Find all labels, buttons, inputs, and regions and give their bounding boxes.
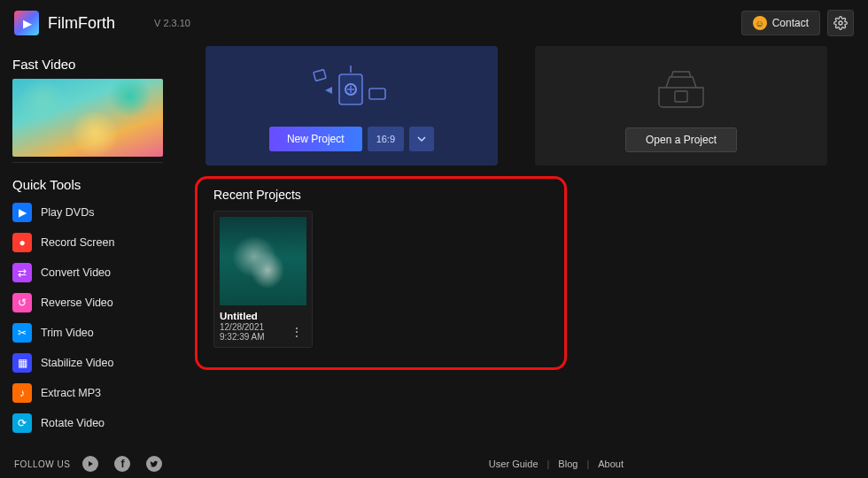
- fast-video-title: Fast Video: [12, 57, 170, 72]
- project-date: 12/28/2021 9:32:39 AM: [220, 322, 287, 342]
- tool-item-convert[interactable]: ⇄Convert Video: [12, 259, 170, 286]
- tool-label: Reverse Video: [41, 297, 113, 309]
- tool-item-play[interactable]: ▶Play DVDs: [12, 199, 170, 226]
- contact-icon: ☺: [753, 16, 767, 30]
- settings-button[interactable]: [827, 10, 854, 36]
- chevron-down-icon: [417, 135, 426, 143]
- app-version: V 2.3.10: [154, 18, 190, 28]
- project-thumbnail: [220, 217, 306, 305]
- sidebar: Fast Video Quick Tools ▶Play DVDs●Record…: [12, 42, 177, 450]
- svg-point-0: [839, 21, 842, 25]
- aspect-ratio-pill[interactable]: 16:9: [368, 127, 404, 151]
- new-project-button[interactable]: New Project: [269, 127, 362, 151]
- trim-icon: ✂: [12, 323, 32, 343]
- sidebar-divider: [12, 162, 163, 163]
- fast-video-card[interactable]: [12, 79, 163, 157]
- project-menu-button[interactable]: ⋮: [287, 325, 306, 339]
- footer-link-userguide[interactable]: User Guide: [489, 459, 539, 469]
- new-project-art: [298, 61, 405, 120]
- tool-item-stabilize[interactable]: ▦Stabilize Video: [12, 350, 170, 376]
- new-project-panel: New Project 16:9: [205, 46, 498, 166]
- app-title: FilmForth: [48, 14, 115, 33]
- recent-projects-title: Recent Projects: [213, 188, 548, 202]
- convert-icon: ⇄: [12, 263, 32, 282]
- record-icon: ●: [12, 233, 32, 252]
- audio-icon: ♪: [12, 383, 32, 403]
- tool-item-record[interactable]: ●Record Screen: [12, 229, 170, 256]
- app-header: FilmForth V 2.3.10 ☺ Contact: [0, 0, 868, 42]
- stabilize-icon: ▦: [12, 353, 32, 373]
- youtube-icon[interactable]: [82, 456, 98, 472]
- recent-projects-highlight: Recent Projects Untitled 12/28/2021 9:32…: [195, 176, 567, 370]
- gear-icon: [833, 16, 848, 30]
- tool-label: Trim Video: [41, 327, 94, 339]
- tool-label: Rotate Video: [41, 417, 105, 429]
- tool-label: Record Screen: [41, 236, 114, 249]
- svg-rect-6: [314, 69, 326, 81]
- tool-item-audio[interactable]: ♪Extract MP3: [12, 380, 170, 406]
- svg-rect-8: [675, 91, 687, 102]
- project-card[interactable]: Untitled 12/28/2021 9:32:39 AM ⋮: [213, 211, 313, 348]
- reverse-icon: ↺: [12, 293, 32, 312]
- app-logo: [14, 11, 39, 35]
- open-project-panel: Open a Project: [535, 46, 827, 166]
- quick-tools-title: Quick Tools: [12, 177, 170, 192]
- footer-link-blog[interactable]: Blog: [558, 459, 577, 469]
- contact-button[interactable]: ☺ Contact: [741, 11, 820, 35]
- content-area: New Project 16:9 Open a Project: [177, 42, 857, 450]
- aspect-ratio-dropdown[interactable]: [409, 127, 434, 151]
- contact-label: Contact: [772, 17, 809, 29]
- tool-item-reverse[interactable]: ↺Reverse Video: [12, 289, 170, 316]
- footer: Follow Us f User Guide | Blog | About: [0, 450, 868, 478]
- facebook-icon[interactable]: f: [114, 456, 130, 472]
- tool-label: Stabilize Video: [41, 357, 113, 369]
- open-project-art: [641, 60, 721, 119]
- tool-label: Extract MP3: [41, 387, 101, 399]
- footer-link-about[interactable]: About: [598, 459, 624, 469]
- project-name: Untitled: [220, 311, 306, 321]
- play-icon: ▶: [12, 203, 32, 222]
- footer-links: User Guide | Blog | About: [489, 459, 624, 469]
- follow-us-label: Follow Us: [14, 459, 70, 469]
- rotate-icon: ⟳: [12, 413, 32, 433]
- open-project-button[interactable]: Open a Project: [625, 127, 737, 152]
- svg-rect-5: [369, 89, 385, 99]
- twitter-icon[interactable]: [146, 456, 162, 472]
- tool-label: Play DVDs: [41, 206, 94, 219]
- tool-item-trim[interactable]: ✂Trim Video: [12, 320, 170, 346]
- tool-label: Convert Video: [41, 266, 111, 279]
- tool-item-rotate[interactable]: ⟳Rotate Video: [12, 410, 170, 436]
